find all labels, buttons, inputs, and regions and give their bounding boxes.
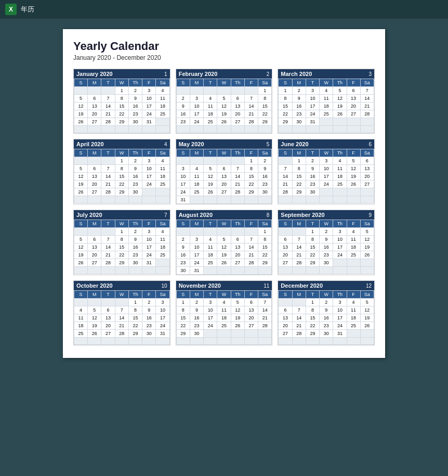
calendar-day [333,338,347,345]
calendar-day: 21 [231,181,244,188]
calendar-day: 27 [88,259,101,267]
calendar-week-row: 262728293031 [74,259,170,267]
month-block: November 202011SMTWThFSa1234567891011121… [176,280,273,345]
calendar-day: 28 [244,118,258,126]
calendar-day [217,338,231,345]
calendar-day: 17 [142,102,156,110]
month-name: September 2020 [281,212,324,218]
calendar-week-row [74,126,170,133]
calendar-day [292,196,306,203]
calendar-day: 8 [115,95,128,102]
day-header: T [101,220,115,228]
calendar-day: 15 [306,314,319,322]
calendar-day: 15 [306,243,319,251]
calendar-day: 27 [279,330,292,338]
calendar-day [142,267,156,274]
calendar-day [347,196,360,203]
month-number: 5 [267,141,270,147]
calendar-day: 25 [333,181,347,188]
calendar-day: 11 [190,173,203,181]
calendar-day: 19 [217,251,231,259]
calendar-week-row: 25262728293031 [74,330,170,338]
calendar-day: 23 [128,181,142,188]
month-block: June 20206SMTWThFSa123456789101112131415… [278,139,375,204]
month-block: July 20207SMTWThFSa123456789101112131415… [73,210,170,275]
month-header: July 20207 [74,210,170,220]
calendar-day [306,126,319,133]
calendar-day: 16 [320,243,333,251]
calendar-day: 11 [156,165,169,173]
month-name: March 2020 [281,71,312,77]
calendar-day: 30 [128,188,142,196]
calendar-day [306,196,319,203]
calendar-day: 6 [101,306,115,314]
calendar-day [217,228,231,236]
calendar-day: 31 [176,196,190,204]
calendar-day: 20 [347,102,360,110]
calendar-day: 7 [101,236,115,243]
calendar-day: 4 [156,157,169,165]
day-header: T [306,220,319,228]
calendar-day: 6 [217,165,231,173]
calendar-week-row: 123 [74,299,170,306]
calendar-day: 2 [128,157,142,165]
day-header: F [244,291,258,299]
calendar-day: 4 [156,228,169,236]
month-name: August 2020 [179,212,213,218]
calendar-day [320,196,333,203]
calendar-day: 8 [258,95,272,102]
day-header: F [244,149,258,157]
calendar-day: 3 [320,157,333,165]
calendar-day [74,338,88,345]
calendar-day: 15 [115,243,128,251]
calendar-day: 6 [88,165,101,173]
calendar-day: 20 [88,181,101,188]
calendar-week-row: 1234 [74,157,170,165]
day-header: S [279,291,292,299]
calendar-day: 22 [306,251,319,259]
day-header: W [217,79,231,87]
calendar-day: 4 [74,306,88,314]
calendar-day [88,299,101,306]
calendar-day: 10 [176,173,190,181]
calendar-day [258,126,272,133]
calendar-day: 15 [176,314,190,322]
calendar-day [190,228,203,236]
calendar-day: 6 [88,236,101,243]
calendar-day: 24 [190,118,203,126]
calendar-day: 5 [204,165,217,173]
calendar-week-row: 31 [176,196,272,204]
calendar-day [176,87,190,95]
calendar-day [204,330,217,338]
calendar-day: 24 [333,251,347,259]
calendar-week-row: 13141516171819 [279,314,374,322]
calendar-day: 9 [320,306,333,314]
calendar-day: 19 [204,181,217,188]
calendar-day: 19 [74,251,88,259]
month-header: December 202012 [278,281,374,290]
calendar-day [101,157,115,165]
calendar-table: SMTWThFSa1234567891011121314151617181920… [278,149,374,203]
calendar-day: 29 [258,118,272,126]
calendar-week-row: 567891011 [74,95,170,102]
calendar-day: 2 [320,228,333,236]
calendar-day: 16 [176,251,190,259]
calendar-day: 8 [306,306,319,314]
day-header: T [101,79,115,87]
calendar-week-row: 2930 [176,330,272,338]
calendar-day: 2 [320,299,333,306]
calendar-day: 17 [156,314,169,322]
calendar-day: 4 [190,165,203,173]
calendar-day: 23 [320,322,333,330]
calendar-day: 8 [115,236,128,243]
calendar-day: 20 [244,314,258,322]
calendar-day: 2 [142,299,156,306]
day-header: Th [128,79,142,87]
calendar-week-row [74,196,170,203]
calendar-day [101,87,115,95]
calendar-day: 9 [128,165,142,173]
calendar-day: 18 [347,314,360,322]
calendar-day: 31 [190,267,203,275]
calendar-day: 19 [217,110,231,118]
calendar-day [244,87,258,95]
